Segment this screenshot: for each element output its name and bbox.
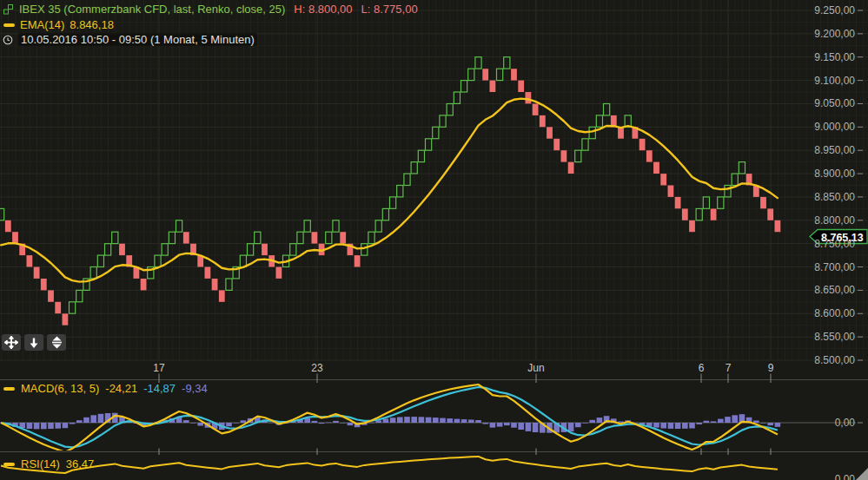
price-axis-label: 8.950,00: [814, 144, 855, 156]
time-axis-label: Jun: [517, 362, 555, 374]
fit-scale-button[interactable]: [47, 334, 66, 351]
range-legend: 10.05.2016 10:50 - 09:50 (1 Monat, 5 Min…: [3, 33, 257, 46]
arrow-down-icon: [28, 337, 40, 349]
rsi-plot: [1, 457, 778, 473]
fit-vertical-icon: [50, 336, 63, 349]
price-axis-label: 9.250,00: [814, 4, 855, 16]
time-axis-label: 17: [140, 362, 178, 374]
price-axis-label: 8.700,00: [814, 261, 855, 273]
pan-button[interactable]: [2, 334, 21, 351]
macd-line-icon: [3, 387, 15, 391]
chart-canvas[interactable]: 8.765,13: [0, 0, 868, 480]
clock-icon: [3, 35, 13, 45]
price-axis-label: 8.650,00: [814, 284, 855, 296]
session-low: L: 8.775,00: [361, 3, 418, 16]
scroll-down-button[interactable]: [24, 334, 43, 351]
pan-icon: [4, 336, 18, 349]
time-axis-label: 7: [709, 362, 747, 374]
ema-value: 8.846,18: [70, 18, 114, 31]
renko-chart-icon: [3, 4, 14, 15]
time-axis-label: 9: [752, 362, 790, 374]
ema-line: [1, 99, 778, 282]
price-axis-label: 9.050,00: [814, 97, 855, 109]
price-axis-label: 9.000,00: [814, 121, 855, 133]
price-axis-label: 8.500,00: [814, 354, 855, 366]
price-axis-label: 8.800,00: [814, 214, 855, 227]
rsi-zero-label: 0,00: [835, 473, 855, 480]
renko-bricks: [0, 57, 780, 325]
macd-value: -24,21: [105, 382, 137, 395]
chart-toolbar: [2, 334, 66, 351]
price-axis-label: 8.550,00: [814, 331, 855, 343]
macd-hist-value: -9,34: [182, 382, 208, 395]
price-axis-label: 9.100,00: [814, 75, 855, 87]
symbol-legend: IBEX 35 (Commerzbank CFD, last, Renko, c…: [3, 3, 418, 16]
macd-legend: MACD(6, 13, 5) -24,21 -14,87 -9,34: [3, 382, 208, 395]
rsi-line-icon: [3, 463, 15, 466]
resize-handle[interactable]: [856, 468, 868, 480]
rsi-value: 36,47: [66, 457, 95, 470]
ema-legend: EMA(14) 8.846,18: [3, 18, 114, 31]
price-axis-label: 9.200,00: [814, 28, 855, 40]
ema-label: EMA(14): [20, 18, 64, 31]
price-axis-label: 8.850,00: [814, 191, 855, 203]
ema-line-icon: [3, 23, 15, 27]
price-axis-label: 9.150,00: [814, 51, 855, 63]
macd-zero-label: 0,00: [835, 417, 855, 429]
macd-signal-value: -14,87: [143, 382, 176, 395]
price-axis-label: 8.750,00: [814, 238, 855, 250]
symbol-title: IBEX 35 (Commerzbank CFD, last, Renko, c…: [19, 3, 285, 16]
session-high: H: 8.800,00: [294, 3, 352, 16]
price-axis-label: 8.600,00: [814, 307, 855, 319]
rsi-label: RSI(14): [21, 457, 60, 470]
macd-label: MACD(6, 13, 5): [21, 382, 99, 395]
date-range-text: 10.05.2016 10:50 - 09:50 (1 Monat, 5 Min…: [18, 33, 257, 46]
time-axis-label: 23: [298, 362, 336, 374]
chart-application: 8.765,13 IBEX 35 (Commerzbank CFD, last,…: [0, 0, 868, 480]
price-axis-label: 8.900,00: [814, 168, 855, 180]
rsi-legend: RSI(14) 36,47: [3, 457, 94, 470]
